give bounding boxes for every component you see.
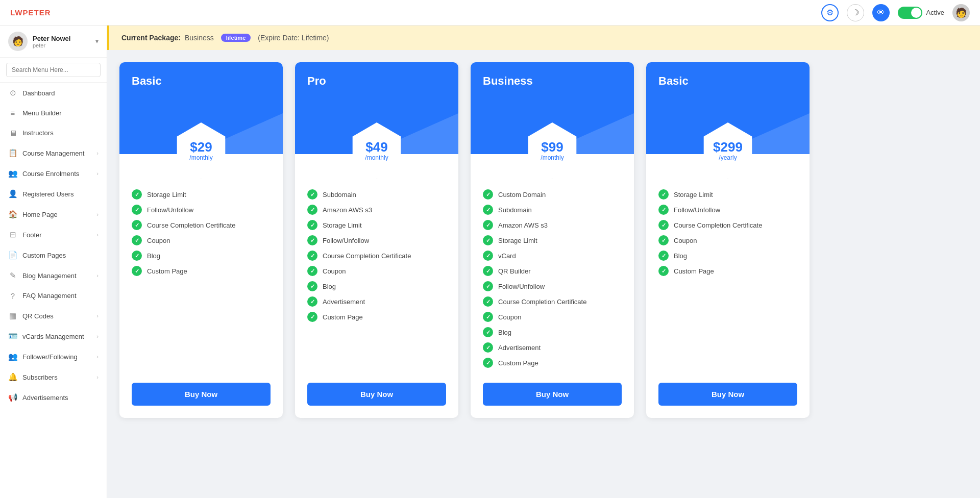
buy-now-button-business[interactable]: Buy Now [483,383,622,406]
sidebar-user-section[interactable]: 🧑 Peter Nowel peter ▾ [0,26,107,58]
feature-label: Coupon [147,237,170,244]
check-icon: ✓ [307,296,317,307]
sidebar-item-footer[interactable]: ⊟ Footer › [0,225,107,245]
sidebar-item-registered-users[interactable]: 👤 Registered Users [0,184,107,204]
buy-now-button-basic[interactable]: Buy Now [132,383,271,406]
sidebar: 🧑 Peter Nowel peter ▾ ⊙ Dashboard ≡ Menu… [0,26,107,498]
enrolments-icon: 👥 [8,169,17,178]
card-body-basic-yearly: ✓ Storage Limit ✓ Follow/Unfollow ✓ Cour… [646,154,810,418]
feature-list-pro: ✓ Subdomain ✓ Amazon AWS s3 ✓ Storage Li… [307,187,446,370]
sidebar-item-menu-builder[interactable]: ≡ Menu Builder [0,103,107,123]
buy-now-button-pro[interactable]: Buy Now [307,383,446,406]
hex-price: $299 [713,140,743,155]
feature-label: Follow/Unfollow [674,206,720,214]
hex-price-container: $49 /monthly [349,122,405,179]
feature-label: Follow/Unfollow [147,206,193,214]
sidebar-item-faq-management[interactable]: ? FAQ Management [0,286,107,306]
sidebar-item-course-enrolments[interactable]: 👥 Course Enrolments › [0,163,107,184]
list-item: ✓ Follow/Unfollow [307,233,446,248]
vcards-icon: 🪪 [8,332,17,341]
card-header-basic-yearly: Basic $299 /yearly [646,62,810,154]
feature-label: Course Completion Certificate [498,298,586,306]
current-package-banner: Current Package: Business lifetime (Expi… [107,26,980,50]
banner-prefix: Current Package: [121,34,181,42]
chevron-down-icon: ▾ [95,38,99,45]
feature-label: Amazon AWS s3 [323,206,372,214]
course-mgmt-icon: 📋 [8,148,17,158]
hex-price-container: $99 /monthly [524,122,580,179]
pricing-card-business: Business $99 /monthly ✓ Custom Domain [471,62,634,418]
check-icon: ✓ [307,220,317,230]
hex-price: $49 [365,140,387,155]
sidebar-item-label: Instructors [22,129,99,137]
registered-users-icon: 👤 [8,189,17,198]
top-nav-right: ⚙ ☽ 👁 Active 🧑 [821,4,970,21]
check-icon: ✓ [483,281,493,291]
sidebar-item-custom-pages[interactable]: 📄 Custom Pages [0,245,107,265]
footer-icon: ⊟ [8,230,17,239]
menu-builder-icon: ≡ [8,109,17,117]
feature-label: Advertisement [498,344,541,352]
sidebar-item-instructors[interactable]: 🖥 Instructors [0,123,107,143]
hex-shape: $49 /monthly [349,122,405,179]
sidebar-item-label: Home Page [22,211,91,218]
sidebar-item-vcards-management[interactable]: 🪪 vCards Management › [0,326,107,346]
check-icon: ✓ [132,189,142,200]
feature-label: Coupon [674,237,697,244]
sidebar-item-label: Subscribers [22,374,91,381]
sidebar-item-course-management[interactable]: 📋 Course Management › [0,143,107,163]
feature-label: Storage Limit [498,237,537,244]
check-icon: ✓ [483,327,493,337]
list-item: ✓ Follow/Unfollow [658,202,797,217]
check-icon: ✓ [307,281,317,291]
card-body-basic: ✓ Storage Limit ✓ Follow/Unfollow ✓ Cour… [119,154,283,418]
sidebar-item-label: Advertisements [22,394,99,402]
sidebar-item-blog-management[interactable]: ✎ Blog Management › [0,265,107,286]
check-icon: ✓ [307,266,317,276]
user-avatar-top[interactable]: 🧑 [952,4,970,21]
sidebar-item-advertisements[interactable]: 📢 Advertisements [0,387,107,408]
chevron-right-icon: › [96,232,99,238]
sidebar-item-follower-following[interactable]: 👥 Follower/Following › [0,346,107,367]
feature-label: vCard [498,252,516,260]
settings-icon-button[interactable]: ⚙ [821,4,839,21]
list-item: ✓ Advertisement [483,340,622,355]
feature-label: Follow/Unfollow [498,283,545,290]
check-icon: ✓ [483,189,493,200]
search-input[interactable] [6,63,101,77]
sidebar-item-home-page[interactable]: 🏠 Home Page › [0,204,107,225]
check-icon: ✓ [307,189,317,200]
hex-price-container: $299 /yearly [700,122,756,179]
check-icon: ✓ [483,312,493,322]
sidebar-item-label: Blog Management [22,272,91,280]
check-icon: ✓ [483,358,493,368]
sidebar-search-section [0,58,107,83]
check-icon: ✓ [483,205,493,215]
home-page-icon: 🏠 [8,210,17,219]
feature-label: Custom Page [674,267,714,275]
sidebar-item-label: Menu Builder [22,109,99,117]
app-logo: LWPETER [10,8,51,17]
feature-label: Blog [323,283,336,290]
pricing-grid: Basic $29 /monthly ✓ Storage Limit [107,62,980,430]
dark-mode-button[interactable]: ☽ [847,4,864,21]
preview-button[interactable]: 👁 [872,4,890,21]
hex-period: /monthly [365,154,388,161]
lifetime-badge: lifetime [221,34,251,42]
feature-label: Course Completion Certificate [674,221,762,229]
sidebar-user-name: Peter Nowel [33,35,70,42]
list-item: ✓ Course Completion Certificate [132,217,271,233]
chevron-right-icon: › [96,150,99,156]
hex-shape: $99 /monthly [524,122,580,179]
hex-price: $29 [190,140,212,155]
sidebar-item-subscribers[interactable]: 🔔 Subscribers › [0,367,107,387]
feature-label: Course Completion Certificate [147,221,235,229]
sidebar-item-dashboard[interactable]: ⊙ Dashboard [0,83,107,103]
sidebar-item-qr-codes[interactable]: ▦ QR Codes › [0,306,107,326]
buy-now-button-basic-yearly[interactable]: Buy Now [658,383,797,406]
check-icon: ✓ [483,266,493,276]
card-body-business: ✓ Custom Domain ✓ Subdomain ✓ Amazon AWS… [471,154,634,418]
hex-shape: $299 /yearly [700,122,756,179]
sidebar-item-label: Dashboard [22,89,99,97]
active-toggle[interactable] [898,7,922,19]
